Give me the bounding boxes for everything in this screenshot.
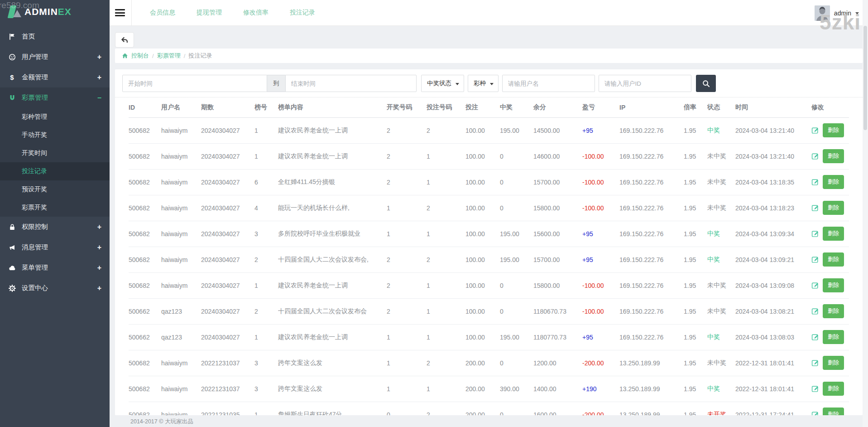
sidebar-subitem-draw-time[interactable]: 开奖时间	[0, 144, 110, 162]
delete-button[interactable]: 删除	[823, 304, 844, 318]
cell-win: 0	[500, 298, 533, 324]
back-button[interactable]	[115, 32, 134, 48]
username-input[interactable]	[502, 75, 595, 92]
delete-button[interactable]: 删除	[823, 227, 844, 241]
edit-icon[interactable]	[811, 333, 819, 341]
breadcrumb-separator: /	[152, 53, 154, 59]
cell-content: 全红婵411.45分摘银	[278, 169, 387, 195]
delete-button[interactable]: 删除	[823, 175, 844, 189]
sidebar-subitem-lottery-draw[interactable]: 彩票开奖	[0, 199, 110, 217]
sidebar-item-menus[interactable]: 菜单管理 +	[0, 257, 110, 278]
sidebar-item-users[interactable]: 用户管理 +	[0, 47, 110, 67]
edit-icon[interactable]	[811, 307, 819, 315]
cell-draw: 2	[387, 298, 427, 324]
delete-button[interactable]: 删除	[823, 382, 844, 396]
edit-icon[interactable]	[811, 178, 819, 186]
table-row: 500682haiwaiym202403040271建议农民养老金统一上调221…	[129, 117, 849, 143]
cell-status: 中奖	[707, 247, 735, 272]
cell-odds: 1.95	[684, 117, 707, 143]
breadcrumb-item-console[interactable]: 控制台	[131, 52, 149, 60]
userid-input[interactable]	[599, 75, 691, 92]
sidebar-item-messages[interactable]: 消息管理 +	[0, 237, 110, 257]
hamburger-menu-icon[interactable]	[115, 9, 125, 16]
sidebar-item-lottery[interactable]: 彩票管理 −	[0, 87, 110, 108]
cell-ip: 169.150.222.76	[619, 221, 684, 247]
content-card: 到 中奖状态 彩种 ID用户名期数榜号榜	[115, 69, 863, 415]
sidebar-item-amount[interactable]: $ 金额管理 +	[0, 67, 110, 87]
delete-button[interactable]: 删除	[823, 356, 844, 370]
sidebar-subitem-manual-draw[interactable]: 手动开奖	[0, 126, 110, 144]
end-time-input[interactable]	[285, 75, 417, 92]
scrollbar-thumb[interactable]	[863, 26, 867, 130]
edit-icon[interactable]	[811, 385, 819, 393]
win-status-select[interactable]: 中奖状态	[421, 75, 464, 92]
delete-button[interactable]: 删除	[823, 123, 844, 137]
expand-plus-icon[interactable]: +	[97, 223, 101, 231]
delete-button[interactable]: 删除	[823, 201, 844, 215]
search-button[interactable]	[696, 75, 716, 92]
magnet-icon	[8, 94, 16, 102]
cell-balance: 1600.00	[533, 402, 582, 415]
username-label: admin	[834, 10, 851, 17]
logo-icon	[7, 5, 21, 19]
sidebar-item-permissions[interactable]: 权限控制 +	[0, 217, 110, 237]
topnav-link-bet-records[interactable]: 投注记录	[290, 9, 315, 17]
delete-button[interactable]: 删除	[823, 278, 844, 292]
cell-draw: 1	[387, 324, 427, 350]
user-menu[interactable]: admin	[815, 0, 859, 26]
sidebar-subitem-lottery-types[interactable]: 彩种管理	[0, 108, 110, 126]
edit-icon[interactable]	[811, 152, 819, 160]
cell-period: 20240304027	[201, 247, 254, 272]
sidebar-item-home[interactable]: 首页	[0, 26, 110, 47]
expand-plus-icon[interactable]: +	[97, 53, 101, 61]
cell-time: 2022-12-31 18:01:41	[735, 350, 811, 376]
avatar[interactable]	[815, 5, 830, 21]
topnav-link-odds[interactable]: 修改倍率	[243, 9, 269, 17]
cell-ip: 169.150.222.76	[619, 272, 684, 298]
cell-odds: 1.95	[684, 324, 707, 350]
topnav: 会员信息 提现管理 修改倍率 投注记录	[150, 9, 315, 17]
sidebar-item-settings[interactable]: 设置中心 +	[0, 278, 110, 298]
delete-button[interactable]: 删除	[823, 252, 844, 267]
expand-plus-icon[interactable]: +	[97, 264, 101, 272]
cell-time: 2024-03-04 13:09:21	[735, 247, 811, 272]
cell-status: 未中奖	[707, 350, 735, 376]
edit-icon[interactable]	[811, 411, 819, 415]
edit-icon[interactable]	[811, 230, 819, 238]
cell-bet_no: 2	[427, 402, 465, 415]
lottery-type-select[interactable]: 彩种	[468, 75, 499, 92]
sidebar-item-label: 首页	[22, 32, 35, 41]
edit-icon[interactable]	[811, 204, 819, 212]
cell-draw: 1	[387, 221, 427, 247]
chevron-down-icon	[456, 83, 459, 85]
cell-actions: 删除	[811, 350, 849, 376]
cell-bet: 200.00	[465, 350, 500, 376]
sidebar-subitem-preset-draw[interactable]: 预设开奖	[0, 180, 110, 199]
topnav-link-member-info[interactable]: 会员信息	[150, 9, 175, 17]
topnav-link-withdraw[interactable]: 提现管理	[197, 9, 222, 17]
cell-pl: -100.00	[582, 143, 619, 169]
cell-rank: 3	[254, 376, 278, 402]
cell-id: 500682	[129, 221, 161, 247]
scrollbar[interactable]	[863, 0, 868, 427]
edit-icon[interactable]	[811, 359, 819, 367]
cell-odds: 1.95	[684, 376, 707, 402]
expand-plus-icon[interactable]: +	[97, 284, 101, 292]
column-header: 修改	[811, 97, 849, 117]
delete-button[interactable]: 删除	[823, 149, 844, 163]
edit-icon[interactable]	[811, 281, 819, 289]
cell-balance: 14500.00	[533, 117, 582, 143]
cell-status: 中奖	[707, 376, 735, 402]
delete-button[interactable]: 删除	[823, 330, 844, 344]
cell-time: 2024-03-04 13:08:21	[735, 298, 811, 324]
breadcrumb-item-lottery[interactable]: 彩票管理	[157, 52, 181, 60]
expand-plus-icon[interactable]: +	[97, 243, 101, 252]
sidebar-subitem-bet-records[interactable]: 投注记录	[0, 162, 110, 180]
expand-minus-icon[interactable]: −	[97, 94, 101, 102]
edit-icon[interactable]	[811, 126, 819, 134]
delete-button[interactable]: 删除	[823, 408, 844, 415]
cell-balance: 1400.00	[533, 376, 582, 402]
start-time-input[interactable]	[122, 75, 267, 92]
edit-icon[interactable]	[811, 256, 819, 263]
expand-plus-icon[interactable]: +	[97, 73, 101, 82]
